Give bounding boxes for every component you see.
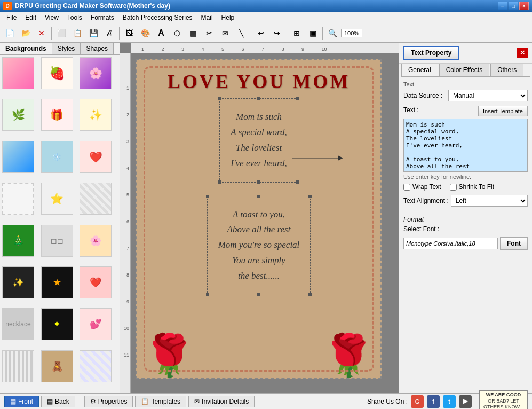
menu-formats[interactable]: Formats [86,13,118,22]
thumb-15[interactable]: 🌸 [80,225,112,257]
save-button[interactable]: 💾 [86,26,101,41]
handle-br-1[interactable] [296,180,299,184]
poem-box-2[interactable]: A toast to you,Above all the restMom you… [207,196,311,295]
thumb-5[interactable]: 🎁 [41,99,73,131]
thumb-1[interactable] [2,57,34,89]
thumb-23[interactable]: 🧸 [41,350,73,382]
templates-button[interactable]: 📋 Templates [135,396,186,407]
zoom-in-button[interactable]: 🔍 [325,26,340,41]
thumb-3[interactable]: 🌸 [80,57,112,89]
thumb-17[interactable]: ★ [41,266,73,298]
invitation-button[interactable]: ✉ Invitation Details [188,396,255,407]
delete-button[interactable]: ✕ [34,26,49,41]
wrap-text-checkbox[interactable] [403,184,410,191]
group-button[interactable]: ▣ [305,26,320,41]
handle-tm-1[interactable] [257,97,260,100]
thumb-4[interactable]: 🌿 [2,99,34,131]
menu-mail[interactable]: Mail [197,13,217,22]
thumb-6[interactable]: ✨ [80,99,112,131]
tab-shapes[interactable]: Shapes [81,43,114,54]
print-button[interactable]: 🖨 [102,26,117,41]
handle-tm-2[interactable] [257,195,260,198]
thumb-18[interactable]: ❤️ [80,266,112,298]
shrink-fit-checkbox[interactable] [450,184,457,191]
thumb-8[interactable]: ❄️ [41,141,73,173]
text-property-button[interactable]: Text Property [403,46,459,60]
poem-box-1[interactable]: Mom is suchA special word,The loveliestI… [219,98,298,183]
toolbar: 📄 📂 ✕ ⬜ 📋 💾 🖨 🖼 🎨 A ⬡ ▦ ✂ ✉ ╲ ↩ ↪ ⊞ ▣ 🔍 … [0,23,532,43]
handle-br-2[interactable] [308,293,312,296]
minimize-button[interactable]: − [498,2,507,10]
thumb-2[interactable]: 🍓 [41,57,73,89]
handle-tl-1[interactable] [218,97,221,100]
handle-tr-1[interactable] [296,97,299,100]
share-label: Share Us On : [367,398,408,405]
clip-button[interactable]: ✂ [202,26,217,41]
titlebar-controls[interactable]: − □ × [498,2,529,10]
open-button[interactable]: 📂 [18,26,33,41]
youtube-button[interactable]: ▶ [459,395,472,408]
image-button[interactable]: 🖼 [122,26,137,41]
thumb-16[interactable]: ✨ [2,266,34,298]
thumb-10[interactable] [2,183,34,215]
google-plus-button[interactable]: G [411,395,424,408]
data-source-row: Data Source : Manual [403,90,528,101]
properties-button[interactable]: ⚙ Properties [84,396,133,407]
tab-styles[interactable]: Styles [52,43,81,54]
insert-template-button[interactable]: Insert Template [478,106,528,116]
menu-batch[interactable]: Batch Processing Series [118,13,197,22]
text-button[interactable]: A [154,26,169,41]
prop-tab-others[interactable]: Others [490,64,523,76]
thumb-7[interactable] [2,141,34,173]
shape-button[interactable]: ⬡ [170,26,185,41]
thumb-21[interactable]: 💕 [80,308,112,340]
email-button[interactable]: ✉ [218,26,233,41]
thumb-19[interactable]: necklace [2,308,34,340]
text-textarea[interactable]: Mom is such A special word, The lovelies… [403,119,528,172]
front-button[interactable]: ▤ Front [4,396,39,407]
redo-button[interactable]: ↪ [269,26,284,41]
close-panel-button[interactable]: ✕ [517,48,528,58]
color-button[interactable]: 🎨 [138,26,153,41]
handle-bl-2[interactable] [206,293,209,296]
handle-bm-2[interactable] [257,293,260,296]
thumb-24[interactable] [80,350,112,382]
thumb-14[interactable]: ◻◻ [41,225,73,257]
handle-tl-2[interactable] [206,195,209,198]
alignment-select[interactable]: Left Center Right [451,195,528,207]
close-button[interactable]: × [519,2,529,10]
handle-bl-1[interactable] [218,180,221,184]
handle-bm-1[interactable] [257,180,260,184]
undo-button[interactable]: ↩ [253,26,268,41]
new-button[interactable]: 📄 [2,26,17,41]
line-button[interactable]: ╲ [234,26,249,41]
menu-help[interactable]: Help [217,13,239,22]
back-button[interactable]: ▤ Back [41,396,75,407]
barcode-button[interactable]: ▦ [186,26,201,41]
copy-button[interactable]: ⬜ [54,26,69,41]
prop-tab-general[interactable]: General [401,64,438,76]
thumb-13[interactable]: 🎄 [2,225,34,257]
handle-tr-2[interactable] [308,195,312,198]
font-button[interactable]: Font [500,237,528,250]
menu-file[interactable]: File [2,13,21,22]
twitter-button[interactable]: t [443,395,456,408]
maximize-button[interactable]: □ [509,2,518,10]
tab-backgrounds[interactable]: Backgrounds [0,43,52,54]
align-button[interactable]: ⊞ [289,26,304,41]
thumb-12[interactable] [80,183,112,215]
paste-button[interactable]: 📋 [70,26,85,41]
thumb-11[interactable]: ⭐ [41,183,73,215]
select-font-label: Select Font : [403,225,439,233]
font-display: Monotype Corsiva,Italic,18 [403,238,498,249]
thumb-22[interactable] [2,350,34,382]
prop-tab-color-effects[interactable]: Color Effects [439,64,489,76]
ruler-left: 1 2 3 4 5 6 7 8 9 10 11 [120,53,131,393]
thumb-9[interactable]: ❤️ [80,141,112,173]
menu-edit[interactable]: Edit [21,13,41,22]
data-source-select[interactable]: Manual [448,90,528,101]
menu-view[interactable]: View [41,13,63,22]
facebook-button[interactable]: f [427,395,440,408]
menu-tools[interactable]: Tools [63,13,86,22]
thumb-20[interactable]: ✦ [41,308,73,340]
